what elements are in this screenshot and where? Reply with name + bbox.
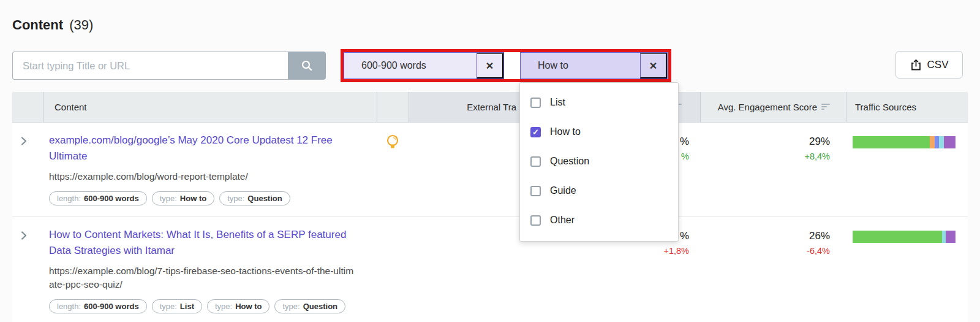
traffic-bar-segment: [930, 136, 935, 148]
table-row: How to Content Markets: What It Is, Bene…: [12, 217, 968, 322]
checkbox-icon[interactable]: [530, 98, 541, 108]
dropdown-option[interactable]: Guide: [520, 176, 678, 205]
export-icon: [910, 59, 922, 71]
content-tags: length:600-900 words type:How to type:Qu…: [49, 191, 368, 205]
traffic-bar-segment: [939, 136, 944, 148]
annotation-highlight: 600-900 words ✕ How to ✕: [341, 49, 671, 82]
sort-icon[interactable]: [821, 104, 830, 111]
avg-engagement-cell: 29% +8,4%: [700, 123, 846, 217]
avg-engagement-value: 29%: [700, 135, 830, 148]
traffic-bar-segment: [853, 136, 930, 148]
page-title-count: (39): [69, 17, 93, 33]
expand-chevron-icon[interactable]: [20, 136, 28, 146]
content-tag: type:Question: [274, 299, 345, 313]
filter-chip-type-label: How to: [521, 53, 640, 79]
content-tag: type:Question: [219, 191, 290, 205]
traffic-sources-bar: [853, 136, 956, 148]
filter-chip-length[interactable]: 600-900 words ✕: [344, 52, 504, 79]
content-url: https://example.com/blog/word-report-tem…: [49, 170, 355, 183]
header-content[interactable]: Content: [43, 92, 377, 122]
content-title-link[interactable]: How to Content Markets: What It Is, Bene…: [49, 227, 363, 259]
filter-chip-type-close-icon[interactable]: ✕: [640, 53, 667, 79]
dropdown-option[interactable]: List: [520, 88, 678, 117]
header-avg-engagement[interactable]: Avg. Engagement Score: [700, 92, 846, 122]
content-tag: type:How to: [152, 191, 215, 205]
checkbox-icon[interactable]: [530, 127, 541, 137]
filter-chip-length-close-icon[interactable]: ✕: [477, 53, 503, 79]
search-bar: [12, 52, 326, 80]
page-title-text: Content: [12, 17, 63, 33]
type-filter-dropdown: List How to Question Guide Other: [519, 82, 679, 242]
filter-chip-length-label: 600-900 words: [344, 53, 477, 79]
avg-engagement-cell: 26% -6,4%: [700, 217, 846, 322]
content-title-link[interactable]: example.com/blog/google’s May 2020 Core …: [49, 132, 363, 164]
search-input[interactable]: [12, 52, 288, 80]
checkbox-icon[interactable]: [530, 156, 541, 167]
checkbox-icon[interactable]: [530, 186, 541, 196]
content-tag: length:600-900 words: [49, 299, 147, 313]
csv-export-button[interactable]: CSV: [895, 51, 963, 79]
dropdown-option[interactable]: How to: [520, 117, 678, 147]
traffic-bar-segment: [946, 231, 956, 243]
header-expand-column: [12, 92, 43, 122]
avg-engagement-delta: +8,4%: [700, 150, 830, 163]
header-avg-engagement-label: Avg. Engagement Score: [718, 102, 817, 112]
avg-engagement-value: 26%: [700, 229, 830, 243]
traffic-bar-segment: [935, 136, 940, 148]
content-tag: length:600-900 words: [49, 191, 147, 205]
content-tag: type:List: [152, 299, 202, 313]
dropdown-option[interactable]: Other: [520, 205, 678, 235]
table-header-row: Content External Tra Avg. Engagement Sco…: [12, 92, 968, 123]
search-button[interactable]: [288, 52, 326, 80]
checkbox-icon[interactable]: [530, 215, 541, 226]
header-external-traffic-label: External Tra: [467, 102, 516, 112]
content-tags: length:600-900 words type:List type:How …: [49, 299, 368, 313]
content-table: Content External Tra Avg. Engagement Sco…: [12, 92, 968, 322]
search-icon: [301, 59, 313, 72]
content-tag: type:How to: [207, 299, 270, 313]
traffic-bar-segment: [853, 231, 942, 243]
header-traffic-sources[interactable]: Traffic Sources: [846, 92, 968, 122]
idea-lightbulb-icon[interactable]: [385, 134, 400, 151]
traffic-bar-segment: [944, 136, 956, 148]
expand-chevron-icon[interactable]: [20, 231, 28, 240]
traffic-sources-bar: [853, 231, 956, 243]
table-row: example.com/blog/google’s May 2020 Core …: [12, 123, 968, 217]
content-url: https://example.com/blog/7-tips-firebase…: [49, 264, 355, 291]
hidden-metric-delta: +1,8%: [573, 245, 689, 257]
dropdown-option[interactable]: Question: [520, 147, 678, 176]
content-analytics-page: Content (39) 600-900 words ✕ How to ✕ CS…: [0, 0, 980, 322]
csv-button-label: CSV: [927, 59, 949, 71]
filter-chip-type[interactable]: How to ✕: [520, 52, 668, 79]
header-ideas-column: [377, 92, 409, 122]
page-title: Content (39): [12, 17, 93, 33]
avg-engagement-delta: -6,4%: [700, 245, 830, 257]
